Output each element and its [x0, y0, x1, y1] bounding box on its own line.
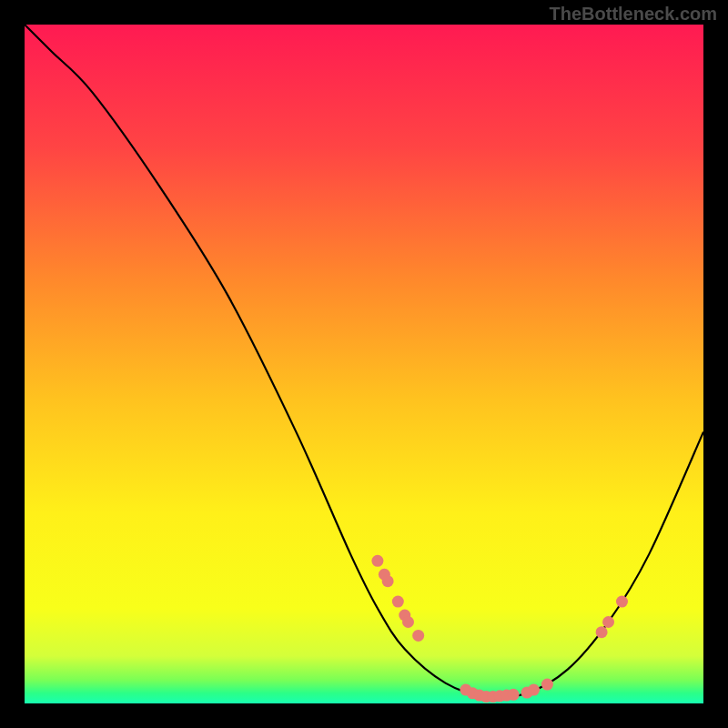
bottleneck-curve	[25, 25, 703, 698]
data-point	[541, 679, 553, 691]
data-point	[402, 616, 414, 628]
data-point	[616, 596, 628, 608]
data-point	[528, 684, 540, 696]
data-point	[602, 616, 614, 628]
data-point	[392, 596, 404, 608]
data-point	[382, 575, 394, 587]
watermark-text: TheBottleneck.com	[550, 4, 717, 25]
highlighted-points	[371, 555, 628, 703]
data-point	[508, 689, 520, 701]
data-point	[371, 555, 383, 567]
plot-area	[25, 25, 703, 703]
data-point	[596, 626, 608, 638]
curve-layer	[25, 25, 703, 703]
data-point	[412, 630, 424, 642]
